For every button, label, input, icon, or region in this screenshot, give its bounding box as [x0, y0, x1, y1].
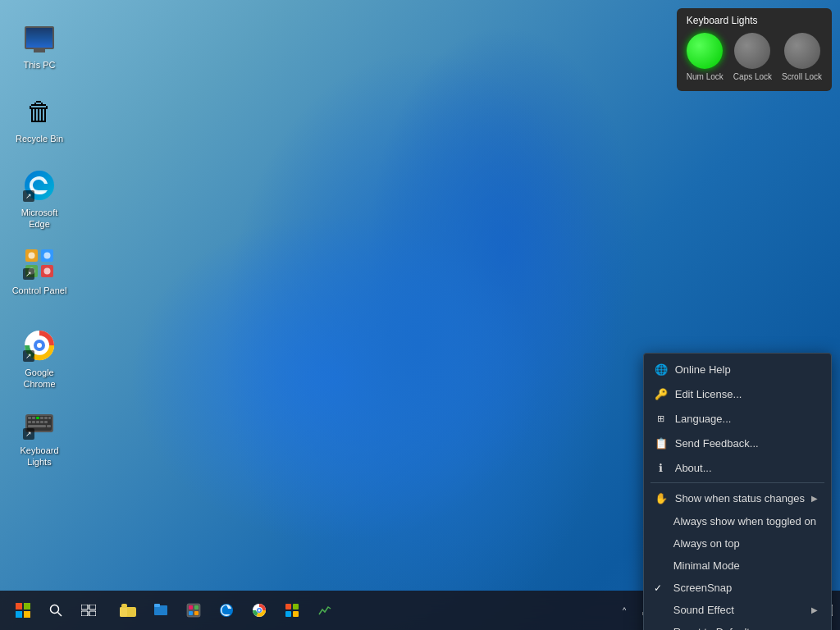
svg-rect-27 — [47, 425, 51, 427]
svg-rect-15 — [28, 417, 31, 419]
svg-point-32 — [51, 605, 59, 614]
svg-point-51 — [258, 609, 261, 612]
caps-lock-label: Caps Lock — [733, 72, 772, 81]
desktop-icon-edge[interactable]: ↗ Microsoft Edge — [7, 164, 72, 234]
caps-lock-circle — [734, 33, 770, 69]
kb-lights-indicators: Num Lock Caps Lock Scroll Lock — [687, 33, 822, 81]
svg-rect-20 — [48, 417, 51, 419]
recycle-bin-label: Recycle Bin — [16, 133, 63, 144]
svg-rect-18 — [40, 417, 43, 419]
taskbar-file-explorer2[interactable] — [144, 594, 177, 627]
ctx-reset-defaults-label: Reset to Defaults — [673, 626, 756, 630]
ctx-send-feedback[interactable]: 📋 Send Feedback... — [644, 431, 831, 455]
sound-effect-arrow: ▶ — [811, 605, 818, 614]
online-help-icon: 🌐 — [654, 362, 669, 377]
about-icon: ℹ — [654, 460, 669, 475]
ctx-minimal-mode[interactable]: Minimal Mode — [644, 555, 831, 577]
svg-rect-52 — [285, 604, 291, 609]
num-lock-indicator: Num Lock — [687, 33, 724, 81]
desktop-icon-control-panel[interactable]: ↗ Control Panel — [7, 242, 72, 299]
language-icon: ⊞ — [654, 411, 669, 426]
recycle-bin-icon: 🗑 — [21, 94, 57, 130]
this-pc-icon — [21, 20, 57, 56]
scroll-lock-label: Scroll Lock — [782, 72, 822, 81]
ctx-always-show-toggled[interactable]: Always show when toggled on — [644, 510, 831, 532]
svg-rect-30 — [16, 611, 22, 618]
svg-point-12 — [37, 343, 42, 348]
desktop-icon-chrome[interactable]: ↗ Google Chrome — [7, 324, 72, 394]
svg-point-6 — [44, 253, 51, 259]
desktop: This PC 🗑 Recycle Bin ↗ Microsoft Edge — [0, 0, 840, 630]
taskbar-store[interactable] — [276, 594, 308, 627]
desktop-icon-this-pc[interactable]: This PC — [7, 16, 72, 74]
desktop-icon-recycle-bin[interactable]: 🗑 Recycle Bin — [7, 90, 72, 148]
svg-rect-46 — [189, 611, 193, 615]
num-lock-label: Num Lock — [687, 72, 724, 81]
desktop-icon-keyboard-lights[interactable]: ↗ Keyboard Lights — [7, 402, 72, 472]
svg-rect-16 — [32, 417, 35, 419]
svg-rect-42 — [154, 604, 160, 607]
search-button[interactable] — [39, 594, 72, 627]
svg-rect-28 — [16, 603, 22, 609]
chrome-label: Google Chrome — [10, 367, 69, 390]
this-pc-label: This PC — [23, 59, 55, 71]
svg-rect-26 — [28, 425, 46, 427]
scroll-lock-circle — [784, 33, 820, 69]
ctx-about[interactable]: ℹ About... — [644, 455, 831, 480]
ctx-screensnap[interactable]: ✓ ScreenSnap — [644, 577, 831, 599]
taskbar-explorer[interactable] — [112, 594, 144, 627]
control-panel-label: Control Panel — [12, 285, 67, 296]
svg-rect-22 — [32, 421, 35, 423]
ctx-about-label: About... — [675, 462, 712, 474]
edge-label: Microsoft Edge — [10, 207, 69, 231]
ctx-sound-effect-label: Sound Effect — [673, 604, 734, 616]
svg-rect-23 — [36, 421, 39, 423]
svg-point-8 — [44, 268, 51, 275]
taskbar-edge2[interactable] — [210, 594, 243, 627]
ctx-language[interactable]: ⊞ Language... — [644, 406, 831, 431]
edge-icon: ↗ — [21, 167, 57, 203]
send-feedback-icon: 📋 — [654, 436, 669, 450]
ctx-show-when-status-changes[interactable]: ✋ Show when status changes ▶ — [644, 486, 831, 510]
svg-rect-17 — [36, 417, 39, 419]
taskbar-stocks[interactable] — [308, 594, 341, 627]
context-menu: 🌐 Online Help 🔑 Edit License... ⊞ Langua… — [643, 353, 832, 630]
svg-rect-34 — [81, 605, 88, 609]
tray-expand-button[interactable]: ^ — [618, 601, 631, 619]
svg-rect-25 — [44, 421, 48, 423]
task-view-button[interactable] — [72, 594, 105, 627]
ctx-always-on-top[interactable]: Always on top — [644, 532, 831, 555]
ctx-language-label: Language... — [675, 413, 732, 425]
svg-rect-45 — [194, 605, 199, 609]
svg-rect-29 — [24, 603, 30, 609]
scroll-lock-indicator: Scroll Lock — [782, 33, 822, 81]
svg-rect-40 — [121, 604, 127, 608]
ctx-online-help[interactable]: 🌐 Online Help — [644, 357, 831, 381]
ctx-always-show-label: Always show when toggled on — [673, 515, 816, 527]
edit-license-icon: 🔑 — [654, 386, 669, 401]
taskbar-photos[interactable] — [177, 594, 210, 627]
start-button[interactable] — [7, 594, 39, 627]
keyboard-lights-label: Keyboard Lights — [10, 445, 69, 468]
show-when-status-icon: ✋ — [654, 491, 669, 505]
svg-point-5 — [29, 253, 35, 259]
ctx-online-help-label: Online Help — [675, 363, 731, 376]
ctx-reset-defaults[interactable]: Reset to Defaults — [644, 621, 831, 630]
svg-rect-54 — [285, 611, 291, 617]
ctx-edit-license-label: Edit License... — [675, 388, 742, 400]
ctx-show-when-status-label: Show when status changes — [675, 492, 805, 504]
ctx-edit-license[interactable]: 🔑 Edit License... — [644, 381, 831, 406]
ctx-sound-effect[interactable]: Sound Effect ▶ — [644, 599, 831, 621]
svg-rect-39 — [120, 607, 127, 617]
control-panel-icon: ↗ — [21, 245, 57, 281]
taskbar-chrome2[interactable] — [243, 594, 276, 627]
screensnap-check: ✓ — [654, 582, 667, 594]
svg-rect-21 — [28, 421, 31, 423]
keyboard-lights-widget[interactable]: Keyboard Lights Num Lock Caps Lock Scrol… — [677, 8, 832, 91]
ctx-screensnap-label: ScreenSnap — [673, 582, 733, 594]
chrome-icon: ↗ — [21, 327, 57, 363]
ctx-separator-1 — [651, 482, 824, 483]
svg-rect-36 — [81, 611, 88, 616]
svg-rect-35 — [89, 605, 96, 609]
svg-rect-31 — [24, 611, 30, 618]
